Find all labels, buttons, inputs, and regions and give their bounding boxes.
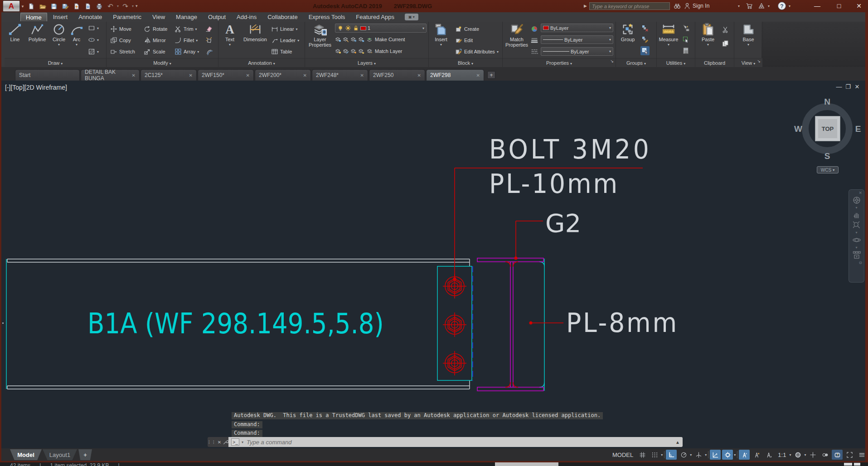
color-wheel-button[interactable] [531, 24, 538, 34]
panel-label-clipboard[interactable]: Clipboard [695, 58, 734, 67]
match-properties-button[interactable]: Match Properties [504, 23, 529, 48]
ortho-toggle[interactable] [666, 450, 677, 460]
redo-dropdown-arrow-icon[interactable]: ▾ [132, 1, 134, 11]
ribbon-options-icon[interactable]: ▣ ▾ [405, 14, 418, 20]
file-tab-2wf298-active[interactable]: 2WF298✕ [426, 69, 484, 81]
model-space-indicator[interactable]: MODEL [610, 452, 635, 458]
model-tab[interactable]: Model [10, 449, 42, 460]
plot-button[interactable] [94, 1, 104, 11]
file-tab-2wf248[interactable]: 2WF248*✕ [312, 69, 368, 81]
polar-tracking-toggle[interactable] [678, 450, 689, 460]
close-button[interactable]: ✕ [849, 0, 868, 12]
undo-dropdown-arrow-icon[interactable]: ▾ [117, 1, 119, 11]
offset-button[interactable] [205, 47, 213, 56]
text-button[interactable]: AText▾ [220, 23, 239, 47]
tab-collaborate[interactable]: Collaborate [262, 13, 303, 21]
app-store-cart-icon[interactable] [746, 2, 754, 10]
command-prompt-icon[interactable]: >_ [231, 438, 239, 446]
help-button[interactable]: ? [778, 2, 786, 10]
snap-toggle[interactable] [649, 450, 660, 460]
panel-label-block[interactable]: Block ▾ [429, 58, 502, 67]
layer-freeze-icon[interactable] [350, 36, 357, 43]
sign-in-dropdown-icon[interactable]: ▾ [738, 4, 740, 8]
tab-add-ins[interactable]: Add-ins [232, 13, 262, 21]
layer-turn-on-all-icon[interactable] [350, 48, 357, 54]
tab-insert[interactable]: Insert [48, 13, 73, 21]
autotrack-toggle[interactable] [710, 450, 721, 460]
viewport-close-icon[interactable]: ✕ [853, 83, 862, 90]
rotate-button[interactable]: Rotate [144, 24, 167, 34]
tab-featured-apps[interactable]: Featured Apps [351, 13, 399, 21]
undo-button[interactable]: ↶ [106, 1, 115, 11]
copy-button[interactable]: Copy [110, 36, 131, 45]
grid-toggle[interactable] [637, 450, 648, 460]
app-menu-button[interactable]: A [3, 0, 20, 12]
close-tab-icon[interactable]: ✕ [189, 73, 193, 78]
tab-output[interactable]: Output [203, 13, 231, 21]
command-input[interactable] [246, 438, 673, 446]
leader-button[interactable]: Leader▾ [271, 36, 299, 45]
wcs-dropdown[interactable]: WCS▾ [817, 166, 839, 173]
clean-screen-button[interactable] [844, 450, 855, 460]
file-tab-start[interactable]: Start [15, 69, 80, 81]
edit-attributes-button[interactable]: Edit Attributes▾ [455, 47, 499, 56]
orbit-icon[interactable] [852, 235, 861, 245]
drawing-viewport[interactable]: BOLT 3M20 PL-10mm G2 PL-8mm B1A (WF 298.… [1, 81, 865, 448]
insert-button[interactable]: Insert▾ [431, 23, 451, 47]
redo-button[interactable]: ↷ [121, 1, 130, 11]
edit-block-button[interactable]: Edit [455, 36, 473, 45]
recent-commands-arrow-icon[interactable]: ▾ [242, 440, 243, 444]
linear-button[interactable]: Linear▾ [271, 24, 298, 34]
lineweight-list-button[interactable] [531, 36, 538, 45]
panel-label-layers[interactable]: Layers ▾ [305, 58, 428, 67]
view-launcher-icon[interactable]: ↘ [757, 57, 761, 66]
panel-label-draw[interactable]: Draw ▾ [5, 58, 106, 67]
close-tab-icon[interactable]: ✕ [246, 73, 250, 78]
pan-hand-icon[interactable] [852, 211, 861, 220]
panel-label-groups[interactable]: Groups ▾ [616, 58, 656, 67]
file-tab-2c125[interactable]: 2C125*✕ [141, 69, 197, 81]
circle-button[interactable]: Circle▾ [50, 23, 68, 47]
close-tab-icon[interactable]: ✕ [132, 73, 136, 78]
qat-customize-icon[interactable]: ▾ [136, 1, 138, 11]
new-tab-button[interactable]: + [487, 71, 495, 79]
viewport-restore-icon[interactable]: ❐ [844, 83, 853, 90]
file-tab-2wf150[interactable]: 2WF150*✕ [198, 69, 254, 81]
maximize-button[interactable]: □ [829, 0, 849, 12]
copy-clip-button[interactable] [722, 39, 729, 48]
layer-select-dropdown[interactable]: 1 ▾ [335, 24, 427, 33]
fillet-button[interactable]: Fillet▾ [175, 36, 198, 45]
close-tab-icon[interactable]: ✕ [476, 73, 480, 78]
lineweight-dropdown[interactable]: ByLayer▾ [541, 35, 613, 44]
calculator-button[interactable] [682, 46, 689, 55]
scale-button[interactable]: Scale [144, 47, 165, 56]
line-button[interactable]: Line [5, 23, 24, 42]
ungroup-button[interactable] [641, 24, 649, 33]
move-button[interactable]: Move [110, 24, 131, 34]
viewport-minimize-icon[interactable]: — [834, 83, 844, 90]
trim-button[interactable]: Trim▾ [175, 24, 197, 34]
quick-calc-button[interactable] [682, 35, 689, 44]
save-button[interactable] [49, 1, 58, 11]
command-bar-handle[interactable]: ⋮⋮ ✕ [208, 437, 228, 447]
save-to-web-button[interactable] [83, 1, 92, 11]
panel-label-utilities[interactable]: Utilities ▾ [657, 58, 695, 67]
base-button[interactable]: Base▾ [738, 23, 759, 47]
isolate-objects-button[interactable] [820, 450, 830, 460]
layer-unlock2-icon[interactable] [358, 48, 364, 54]
group-edit-button[interactable] [641, 35, 649, 44]
tab-manage[interactable]: Manage [171, 13, 202, 21]
open-from-web-button[interactable] [72, 1, 81, 11]
navigation-bar[interactable]: ✕ ▾ ▾ ▾ ⊖ [849, 189, 864, 283]
hardware-acceleration-button[interactable] [832, 450, 843, 460]
viewcube-top-face[interactable]: TOP [815, 116, 840, 141]
viewcube-south[interactable]: S [822, 151, 833, 161]
ellipse-button[interactable]: ▾ [88, 35, 99, 44]
a360-icon[interactable] [758, 2, 766, 10]
a360-dropdown-icon[interactable]: ▾ [768, 4, 770, 8]
search-expander-icon[interactable]: ▶ [584, 4, 587, 8]
open-button[interactable] [38, 1, 47, 11]
paste-button[interactable]: Paste▾ [698, 23, 718, 47]
close-tab-icon[interactable]: ✕ [303, 73, 307, 78]
object-color-dropdown[interactable]: ByLayer▾ [541, 24, 613, 32]
